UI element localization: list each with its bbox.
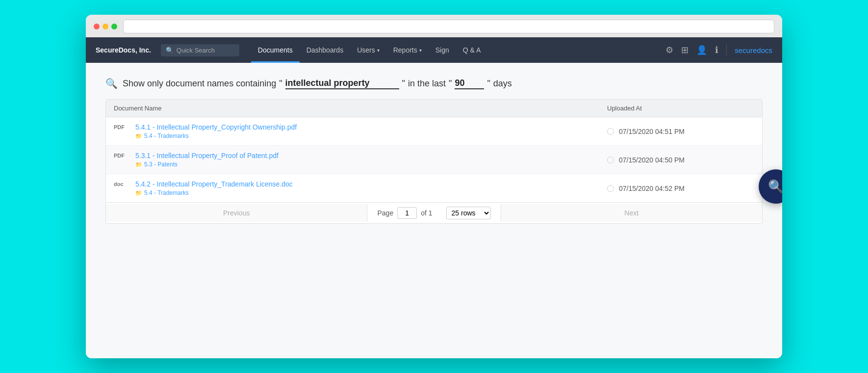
nav-item-reports[interactable]: Reports ▾ bbox=[386, 37, 429, 63]
browser-controls bbox=[94, 20, 774, 33]
pagination: Previous Page of 1 25 rows 50 rows 100 r… bbox=[105, 203, 763, 224]
quick-search-box[interactable]: 🔍 Quick Search bbox=[161, 44, 239, 56]
search-icon: 🔍 bbox=[166, 47, 174, 54]
logo-accent: docs bbox=[757, 46, 772, 54]
minimize-button[interactable] bbox=[102, 24, 108, 29]
nav-item-dashboards[interactable]: Dashboards bbox=[300, 37, 351, 63]
radio-button[interactable] bbox=[607, 128, 614, 135]
main-content: 🔍 Show only document names containing " … bbox=[86, 63, 782, 358]
nav-item-users[interactable]: Users ▾ bbox=[350, 37, 386, 63]
search-quote-open: " bbox=[279, 79, 282, 89]
page-label: Page bbox=[377, 209, 393, 217]
upload-date: 07/15/2020 04:50 PM bbox=[619, 156, 685, 164]
nav-item-documents[interactable]: Documents bbox=[251, 37, 300, 63]
doc-info: 5.4.2 - Intellectual Property_Trademark … bbox=[135, 180, 293, 196]
search-days-quote-close: " bbox=[487, 79, 490, 89]
nav-right: ⚙ ⊞ 👤 ℹ securedocs bbox=[665, 44, 772, 56]
search-quote-close: " bbox=[402, 79, 405, 89]
table-row: PDF 5.4.1 - Intellectual Property_Copyri… bbox=[106, 117, 762, 146]
search-query-input[interactable] bbox=[285, 78, 399, 89]
upload-cell: 07/15/2020 04:52 PM bbox=[607, 185, 754, 192]
nav-links: Documents Dashboards Users ▾ Reports ▾ S… bbox=[251, 37, 665, 63]
securedocs-logo: securedocs bbox=[735, 46, 772, 54]
doc-name-link[interactable]: 5.4.2 - Intellectual Property_Trademark … bbox=[135, 180, 293, 188]
page-number-input[interactable] bbox=[397, 207, 417, 219]
search-days-quote-open: " bbox=[449, 79, 452, 89]
document-table: Document Name Uploaded At PDF 5.4.1 - In… bbox=[105, 99, 763, 203]
maximize-button[interactable] bbox=[111, 24, 117, 29]
doc-type-badge: PDF bbox=[114, 153, 129, 159]
table-header: Document Name Uploaded At bbox=[106, 100, 762, 117]
doc-folder[interactable]: 📁 5.3 - Patents bbox=[135, 161, 279, 168]
logo-plain: secure bbox=[735, 46, 757, 54]
doc-folder[interactable]: 📁 5.4 - Trademarks bbox=[135, 189, 293, 196]
next-button[interactable]: Next bbox=[501, 204, 762, 222]
user-icon[interactable]: 👤 bbox=[696, 45, 707, 55]
radio-button[interactable] bbox=[607, 185, 614, 192]
chevron-down-icon: ▾ bbox=[419, 48, 422, 53]
upload-date: 07/15/2020 04:51 PM bbox=[619, 128, 685, 135]
floating-search-icon: 🔍 bbox=[768, 179, 782, 194]
doc-name-link[interactable]: 5.4.1 - Intellectual Property_Copyright … bbox=[135, 123, 297, 131]
close-button[interactable] bbox=[94, 24, 100, 29]
doc-info: 5.4.1 - Intellectual Property_Copyright … bbox=[135, 123, 297, 139]
table-row: doc 5.4.2 - Intellectual Property_Tradem… bbox=[106, 174, 762, 202]
settings-icon[interactable]: ⚙ bbox=[665, 45, 673, 55]
upload-cell: 07/15/2020 04:50 PM bbox=[607, 156, 754, 164]
search-days-input[interactable] bbox=[455, 78, 484, 89]
doc-folder[interactable]: 📁 5.4 - Trademarks bbox=[135, 133, 297, 139]
radio-button[interactable] bbox=[607, 157, 614, 163]
doc-type-badge: doc bbox=[114, 181, 129, 187]
folder-icon: 📁 bbox=[135, 133, 142, 139]
nav-item-sign[interactable]: Sign bbox=[429, 37, 456, 63]
folder-icon: 📁 bbox=[135, 190, 142, 196]
quick-search-label: Quick Search bbox=[177, 47, 215, 54]
search-prefix: Show only document names containing bbox=[123, 79, 276, 89]
traffic-lights bbox=[94, 24, 117, 29]
upload-date: 07/15/2020 04:52 PM bbox=[619, 185, 685, 192]
doc-cell: PDF 5.3.1 - Intellectual Property_Proof … bbox=[114, 152, 607, 168]
doc-type-badge: PDF bbox=[114, 124, 129, 130]
doc-name-link[interactable]: 5.3.1 - Intellectual Property_Proof of P… bbox=[135, 152, 279, 160]
rows-per-page-select[interactable]: 25 rows 50 rows 100 rows bbox=[446, 207, 491, 219]
grid-icon[interactable]: ⊞ bbox=[681, 45, 689, 55]
browser-chrome bbox=[86, 15, 782, 37]
search-main-icon: 🔍 bbox=[105, 78, 118, 89]
chevron-down-icon: ▾ bbox=[377, 48, 380, 53]
search-bar-row: 🔍 Show only document names containing " … bbox=[105, 78, 763, 89]
doc-cell: doc 5.4.2 - Intellectual Property_Tradem… bbox=[114, 180, 607, 196]
doc-info: 5.3.1 - Intellectual Property_Proof of P… bbox=[135, 152, 279, 168]
browser-window: SecureDocs, Inc. 🔍 Quick Search Document… bbox=[86, 15, 782, 358]
pagination-center: Page of 1 25 rows 50 rows 100 rows bbox=[367, 203, 500, 223]
previous-button[interactable]: Previous bbox=[106, 204, 367, 222]
folder-icon: 📁 bbox=[135, 161, 142, 168]
nav-divider bbox=[726, 44, 727, 56]
brand-logo: SecureDocs, Inc. bbox=[96, 46, 151, 54]
table-row: PDF 5.3.1 - Intellectual Property_Proof … bbox=[106, 146, 762, 174]
nav-item-qa[interactable]: Q & A bbox=[456, 37, 488, 63]
address-bar[interactable] bbox=[123, 20, 774, 33]
col-header-uploaded: Uploaded At bbox=[607, 105, 754, 112]
col-header-name: Document Name bbox=[114, 105, 607, 112]
search-middle: in the last bbox=[408, 79, 446, 89]
doc-cell: PDF 5.4.1 - Intellectual Property_Copyri… bbox=[114, 123, 607, 139]
navbar: SecureDocs, Inc. 🔍 Quick Search Document… bbox=[86, 37, 782, 63]
upload-cell: 07/15/2020 04:51 PM bbox=[607, 128, 754, 135]
search-suffix: days bbox=[493, 79, 512, 89]
help-icon[interactable]: ℹ bbox=[715, 45, 718, 55]
of-label: of 1 bbox=[421, 209, 432, 217]
